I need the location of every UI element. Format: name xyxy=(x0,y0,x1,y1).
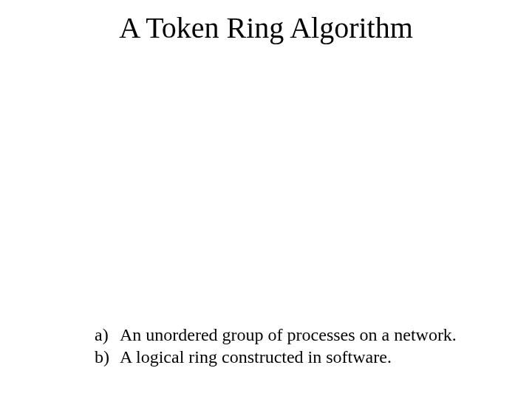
slide-title: A Token Ring Algorithm xyxy=(0,10,532,45)
list-text-b: A logical ring constructed in software. xyxy=(120,346,392,368)
list-marker-b: b) xyxy=(95,346,120,368)
list-marker-a: a) xyxy=(95,324,120,346)
list-item: b) A logical ring constructed in softwar… xyxy=(95,346,457,368)
list-text-a: An unordered group of processes on a net… xyxy=(120,324,457,346)
list-item: a) An unordered group of processes on a … xyxy=(95,324,457,346)
slide: A Token Ring Algorithm a) An unordered g… xyxy=(0,0,532,399)
caption-list: a) An unordered group of processes on a … xyxy=(95,324,457,368)
